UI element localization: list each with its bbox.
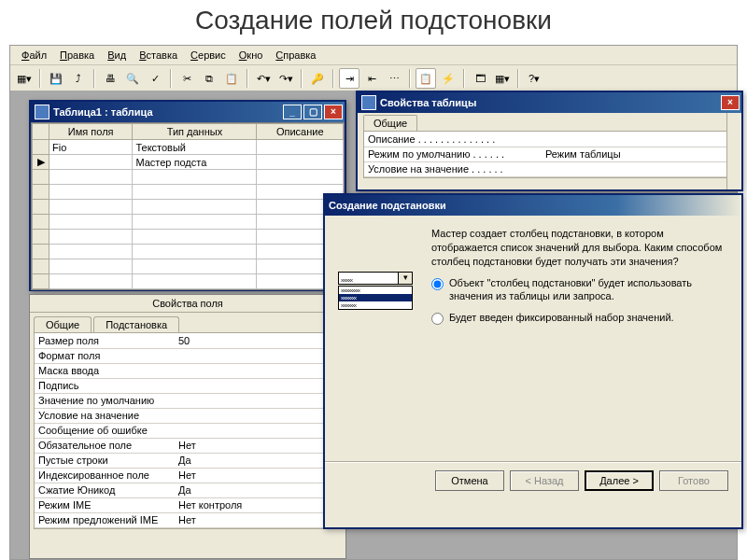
prop-value[interactable]	[542, 161, 735, 176]
back-button[interactable]: < Назад	[510, 470, 579, 491]
access-app-window: Файл Правка Вид Вставка Сервис Окно Спра…	[9, 45, 738, 560]
prop-value[interactable]	[175, 393, 341, 408]
wizard-illustration: xxxxxx xxxxxxxxxx xxxxxxxx xxxxxxxx	[338, 227, 420, 329]
prop-value[interactable]: Нет контроля	[175, 497, 341, 512]
tab-lookup[interactable]: Подстановка	[93, 316, 179, 332]
menubar: Файл Правка Вид Вставка Сервис Окно Спра…	[10, 46, 737, 65]
properties-icon[interactable]: 📋	[416, 68, 436, 89]
insert-rows-icon[interactable]: ⇥	[339, 68, 359, 89]
prop-name: Маска ввода	[35, 363, 175, 378]
col-datatype[interactable]: Тип данных	[133, 124, 257, 140]
redo-icon[interactable]: ↷▾	[275, 68, 296, 89]
prop-value[interactable]: Да	[175, 483, 341, 497]
toolbar: ▦▾ 💾 ⤴ 🖶 🔍 ✓ ✂ ⧉ 📋 ↶▾ ↷▾ 🔑 ⇥ ⇤ ⋯ 📋 ⚡	[10, 65, 737, 92]
field-name-cell[interactable]	[49, 155, 133, 170]
print-preview-icon[interactable]: 🔍	[122, 68, 143, 89]
print-icon[interactable]: 🖶	[100, 68, 120, 89]
row-selector[interactable]	[33, 140, 49, 155]
save-icon[interactable]: 💾	[46, 68, 66, 89]
field-desc-cell[interactable]	[257, 140, 344, 155]
list-item-illustration: xxxxxxxxxx	[339, 287, 412, 294]
vertical-scrollbar[interactable]	[726, 113, 741, 189]
menu-window[interactable]: Окно	[233, 48, 269, 63]
field-properties-pane: Свойства поля Общие Подстановка Размер п…	[29, 294, 346, 559]
prop-name: Индексированное поле	[35, 468, 175, 483]
row-selector[interactable]	[33, 245, 49, 259]
key-icon[interactable]: 🔑	[307, 68, 328, 89]
col-description[interactable]: Описание	[257, 124, 344, 140]
indexes-icon[interactable]: ⚡	[438, 68, 458, 89]
field-properties-title: Свойства поля	[30, 295, 345, 313]
cancel-button[interactable]: Отмена	[435, 470, 504, 491]
combo-illustration: xxxxxx	[338, 272, 413, 285]
prop-value[interactable]	[175, 348, 341, 363]
prop-value[interactable]: Нет	[175, 512, 341, 527]
lookup-wizard-dialog: Создание подстановки xxxxxx xxxxxxxxxx x…	[323, 193, 743, 529]
copy-icon[interactable]: ⧉	[199, 68, 219, 89]
menu-insert[interactable]: Вставка	[134, 48, 183, 63]
list-item-illustration: xxxxxxxx	[339, 301, 412, 309]
radio-label: Объект "столбец подстановки" будет испол…	[449, 276, 728, 304]
menu-tools[interactable]: Сервис	[185, 48, 232, 63]
slide-title: Создание полей подстоновки	[0, 0, 747, 37]
prop-value[interactable]: Нет	[175, 438, 341, 453]
next-button[interactable]: Далее >	[585, 470, 654, 491]
help-icon[interactable]: ?▾	[524, 68, 544, 89]
radio-lookup-from-table[interactable]	[431, 278, 444, 290]
mdi-workspace: Таблица1 : таблица _ ▢ × Имя поля Тип да…	[10, 91, 737, 559]
view-mode-button[interactable]: ▦▾	[14, 68, 35, 89]
prop-value[interactable]	[175, 423, 341, 438]
builder-icon[interactable]: ⋯	[384, 68, 404, 89]
prop-value[interactable]: Нет	[175, 468, 341, 483]
prop-value[interactable]	[175, 408, 341, 423]
radio-label: Будет введен фиксированный набор значени…	[449, 311, 674, 325]
row-selector[interactable]: ▶	[33, 155, 49, 170]
row-selector[interactable]	[33, 274, 49, 289]
prop-name: Режим по умолчанию . . . . . .	[364, 147, 542, 161]
list-item-illustration: xxxxxxxx	[339, 294, 412, 301]
prop-name: Описание . . . . . . . . . . . . . .	[364, 132, 542, 147]
prop-value[interactable]	[542, 132, 735, 147]
maximize-button[interactable]: ▢	[303, 105, 322, 119]
row-selector[interactable]	[33, 200, 49, 215]
table-design-window: Таблица1 : таблица _ ▢ × Имя поля Тип да…	[29, 100, 346, 291]
prop-value[interactable]	[175, 378, 341, 393]
close-button[interactable]: ×	[324, 105, 343, 119]
export-icon[interactable]: ⤴	[68, 68, 89, 89]
delete-rows-icon[interactable]: ⇤	[361, 68, 382, 89]
row-selector[interactable]	[33, 230, 49, 245]
row-selector[interactable]	[33, 185, 49, 200]
row-selector[interactable]	[33, 215, 49, 230]
prop-value[interactable]: 50	[175, 333, 341, 348]
table-icon	[35, 105, 49, 119]
finish-button[interactable]: Готово	[659, 470, 728, 491]
prop-value[interactable]: Режим таблицы	[542, 147, 735, 161]
prop-value[interactable]	[175, 363, 341, 378]
database-window-icon[interactable]: 🗔	[470, 68, 490, 89]
new-object-icon[interactable]: ▦▾	[492, 68, 513, 89]
field-type-cell[interactable]: Мастер подста	[133, 155, 257, 170]
menu-edit[interactable]: Правка	[54, 48, 100, 63]
minimize-button[interactable]: _	[283, 105, 302, 119]
radio-type-values[interactable]	[431, 313, 444, 325]
menu-help[interactable]: Справка	[270, 48, 321, 63]
cut-icon[interactable]: ✂	[176, 68, 197, 89]
field-type-cell[interactable]: Текстовый	[133, 140, 257, 155]
prop-name: Значение по умолчанию	[35, 393, 175, 408]
prop-name: Пустые строки	[35, 453, 175, 468]
undo-icon[interactable]: ↶▾	[253, 68, 274, 89]
paste-icon[interactable]: 📋	[221, 68, 242, 89]
prop-name: Условие на значение . . . . . .	[364, 161, 542, 176]
close-button[interactable]: ×	[721, 95, 740, 110]
menu-file[interactable]: Файл	[16, 48, 52, 63]
menu-view[interactable]: Вид	[102, 48, 132, 63]
row-selector[interactable]	[33, 259, 49, 274]
prop-value[interactable]: Да	[175, 453, 341, 468]
field-desc-cell[interactable]	[257, 155, 344, 170]
row-selector[interactable]	[33, 170, 49, 185]
spellcheck-icon[interactable]: ✓	[145, 68, 165, 89]
col-fieldname[interactable]: Имя поля	[49, 124, 133, 140]
tab-general[interactable]: Общие	[363, 115, 417, 131]
field-name-cell[interactable]: Fio	[49, 140, 133, 155]
tab-general[interactable]: Общие	[34, 316, 92, 332]
